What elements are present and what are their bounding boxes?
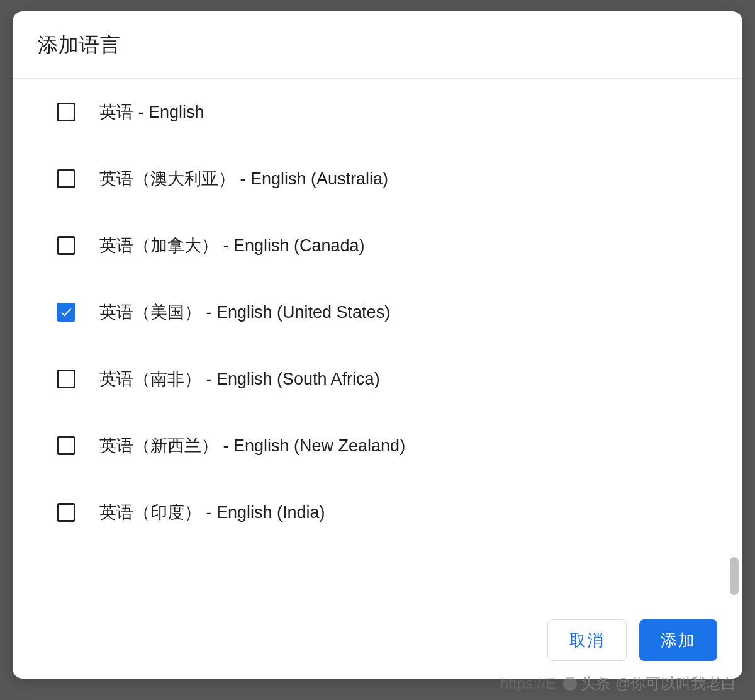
language-label: 英语（印度） - English (India) — [99, 501, 325, 524]
dialog-header: 添加语言 — [13, 11, 742, 79]
checkbox-icon[interactable] — [57, 503, 76, 522]
language-list: 英语 - English 英语（澳大利亚） - English (Austral… — [57, 79, 717, 546]
watermark-text: 头条 @你可以叫我老白 — [581, 674, 736, 694]
language-item-english[interactable]: 英语 - English — [57, 79, 717, 145]
dialog-title: 添加语言 — [38, 31, 717, 59]
language-label: 英语（美国） - English (United States) — [99, 301, 390, 324]
checkbox-icon[interactable] — [57, 236, 76, 255]
language-item-english-south-africa[interactable]: 英语（南非） - English (South Africa) — [57, 346, 717, 412]
watermark: https://E 头条 @你可以叫我老白 — [500, 674, 736, 694]
language-item-english-india[interactable]: 英语（印度） - English (India) — [57, 479, 717, 546]
checkbox-icon[interactable] — [57, 370, 76, 388]
language-label: 英语（南非） - English (South Africa) — [99, 368, 380, 390]
language-item-english-new-zealand[interactable]: 英语（新西兰） - English (New Zealand) — [57, 412, 717, 479]
language-label: 英语（加拿大） - English (Canada) — [99, 234, 365, 257]
add-button[interactable]: 添加 — [639, 619, 717, 661]
dialog-footer: 取消 添加 — [13, 604, 742, 679]
language-label: 英语（澳大利亚） - English (Australia) — [99, 167, 388, 190]
dialog-body: 英语 - English 英语（澳大利亚） - English (Austral… — [13, 79, 742, 604]
add-language-dialog: 添加语言 英语 - English 英语（澳大利亚） - English (Au… — [13, 11, 742, 679]
checkbox-icon[interactable] — [57, 303, 76, 322]
language-item-english-australia[interactable]: 英语（澳大利亚） - English (Australia) — [57, 145, 717, 212]
language-label: 英语 - English — [99, 101, 204, 123]
watermark-logo-icon — [563, 677, 577, 691]
cancel-button[interactable]: 取消 — [547, 619, 627, 661]
language-label: 英语（新西兰） - English (New Zealand) — [99, 434, 405, 457]
checkmark-icon — [59, 305, 73, 319]
checkbox-icon[interactable] — [57, 169, 76, 188]
watermark-prefix: https://E — [500, 675, 556, 692]
scrollbar-thumb[interactable] — [730, 557, 739, 595]
checkbox-icon[interactable] — [57, 103, 76, 121]
checkbox-icon[interactable] — [57, 436, 76, 455]
language-item-english-canada[interactable]: 英语（加拿大） - English (Canada) — [57, 212, 717, 279]
language-item-english-us[interactable]: 英语（美国） - English (United States) — [57, 279, 717, 346]
